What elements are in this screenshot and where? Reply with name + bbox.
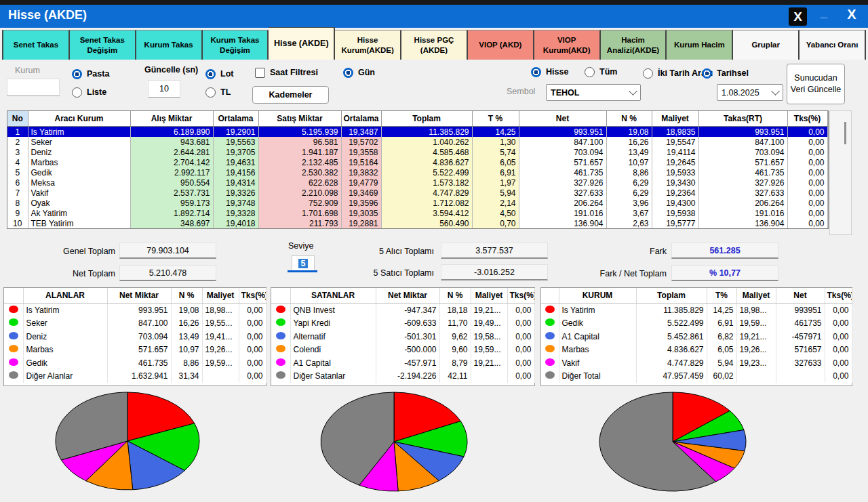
table-row[interactable]: 6Meksa950.55419,4314622.62819,47791.573.…	[7, 177, 827, 188]
tum-radio[interactable]	[585, 67, 595, 77]
list-item[interactable]: Diğer Satanlar-2.194.22642,110,00	[271, 370, 534, 383]
table-cell: 19,4314	[213, 177, 258, 188]
table-cell: 2.704.142	[130, 157, 213, 167]
list-item[interactable]: Marbas571.65710,9719,26...0,00	[4, 343, 266, 357]
table-cell: Seker	[28, 137, 130, 147]
column-header-tks-%-[interactable]: Tks(%)	[787, 111, 827, 127]
table-row[interactable]: 8Oyak959.17319,3748752.90919,35961.712.0…	[7, 198, 827, 208]
kademeler-button[interactable]: Kademeler	[252, 86, 329, 104]
list-item[interactable]: Diğer Total47.957.45960,020,00	[541, 370, 852, 383]
table-row[interactable]: 7Vakif2.537.73119,33262.210.09819,34694.…	[7, 188, 827, 198]
tab-viop-kurum-akd-[interactable]: VIOP Kurum(AKD)	[534, 30, 601, 60]
table-cell: 191.016	[698, 208, 787, 218]
column-header-alış-miktar[interactable]: Alış Miktar	[130, 111, 213, 127]
list-item[interactable]: Gedik5.522.4996,9119,59...4617350,00	[541, 317, 852, 331]
table-cell: Ak Yatirim	[28, 208, 130, 218]
lot-radio-label: Lot	[220, 69, 233, 79]
table-cell: 847.100	[698, 137, 787, 147]
list-item[interactable]: Deniz703.09413,4919,41...0,00	[4, 330, 266, 343]
list-item[interactable]: Alternatif-501.3019,6219,58...0,00	[271, 330, 534, 343]
column-header-ortalama[interactable]: Ortalama	[213, 111, 258, 127]
tab-senet-takas[interactable]: Senet Takas	[2, 30, 70, 60]
tab-hisse-pgç-akde-[interactable]: Hisse PGÇ (AKDE)	[401, 30, 468, 60]
column-header-toplam[interactable]: Toplam	[381, 111, 472, 127]
column-header-takas-rt-[interactable]: Takas(RT)	[698, 111, 787, 127]
table-cell: 14,25	[472, 127, 519, 138]
minimize-button[interactable]: _	[816, 6, 832, 20]
list-item[interactable]: Colendi-500.0009,6019,59...0,00	[271, 343, 534, 357]
column-header-ortalama[interactable]: Ortalama	[341, 111, 381, 127]
list-item[interactable]: Gedik461.7358,8619,59...0,00	[4, 356, 266, 370]
list-item[interactable]: Marbas4.836.6276,0519,26...5716570,00	[541, 343, 852, 357]
table-row[interactable]: 10TEB Yatirim348.69719,4018211.79319,288…	[7, 218, 827, 228]
gun-radio[interactable]	[343, 68, 353, 78]
broker-table: NoAracı KurumAlış MiktarOrtalamaSatış Mi…	[7, 110, 829, 229]
list-item[interactable]: Is Yatirim11.385.82914,2518,98...9939510…	[541, 304, 852, 317]
chevron-down-icon	[629, 87, 637, 96]
table-cell: Marbas	[28, 157, 130, 167]
table-cell: 1.941.187	[258, 147, 341, 157]
table-row[interactable]: 4Marbas2.704.14219,46312.132.48519,51644…	[7, 157, 827, 167]
seviye-input[interactable]: 5	[292, 255, 315, 271]
x-logo-icon[interactable]: X	[789, 7, 807, 26]
titlebar: Hisse (AKDE) X _ X	[0, 5, 868, 28]
table-row[interactable]: 1Is Yatirim6.189.89019,29015.195.93919,3…	[7, 127, 827, 138]
tarihsel-radio[interactable]	[702, 68, 712, 79]
date-dropdown[interactable]: 1.08.2025	[717, 84, 783, 101]
tab-kurum-hacim[interactable]: Kurum Hacim	[667, 30, 733, 60]
column-header-net[interactable]: Net	[519, 111, 606, 127]
tab-yabancı-oranı[interactable]: Yabancı Oranı	[800, 30, 866, 60]
list-item[interactable]: Vakif4.747.8295,9419,23...3276330,00	[541, 356, 852, 370]
tab-hisse-akde-[interactable]: Hisse (AKDE)	[269, 27, 335, 60]
table-row[interactable]: 5Gedik2.992.11719,41562.530.38219,38325.…	[7, 167, 827, 177]
column-header-t-%[interactable]: T %	[472, 111, 519, 127]
table-cell	[271, 304, 290, 317]
tab-senet-takas-değişim[interactable]: Senet Takas Değişim	[70, 30, 136, 60]
table-cell: Meksa	[28, 177, 130, 188]
table-cell: 19,3558	[341, 147, 381, 157]
tab-kurum-takas-değişim[interactable]: Kurum Takas Değişim	[203, 30, 269, 60]
list-item[interactable]: Seker847.10016,2619,55...0,00	[4, 317, 266, 331]
tab-kurum-takas[interactable]: Kurum Takas	[136, 30, 203, 60]
tab-gruplar[interactable]: Gruplar	[733, 30, 800, 60]
list-item[interactable]: Is Yatirim993.95119,0818,98...0,00	[4, 304, 266, 317]
table-cell: Diğer Satanlar	[290, 370, 376, 383]
table-cell: 4.836.627	[381, 157, 472, 167]
hisse-radio[interactable]	[531, 67, 541, 77]
column-header-satış-miktar[interactable]: Satış Miktar	[258, 111, 341, 127]
kurum-input[interactable]	[7, 79, 60, 96]
column-header-maliyet[interactable]: Maliyet	[652, 111, 698, 127]
list-item[interactable]: QNB Invest-947.34718,1819,21...0,00	[271, 304, 534, 317]
sunucudan-veri-guncelle-button[interactable]: Sunucudan Veri Güncelle	[787, 64, 845, 104]
table-row[interactable]: 3Deniz2.644.28119,37051.941.18719,35584.…	[7, 147, 827, 157]
table-row[interactable]: 9Ak Yatirim1.892.71419,33281.701.69819,3…	[7, 208, 827, 218]
column-header-n-%[interactable]: N %	[606, 111, 652, 127]
guncelle-input[interactable]: 10	[148, 80, 180, 98]
table-cell: 0,00	[507, 370, 534, 383]
pasta-radio[interactable]	[72, 69, 82, 79]
net-toplam-label: Net Toplam	[41, 269, 115, 278]
close-button[interactable]: X	[843, 7, 861, 22]
table-scrollbar[interactable]	[829, 110, 852, 235]
list-item[interactable]: Diğer Alanlar1.632.94131,340,00	[4, 370, 266, 383]
table-cell: 16,26	[606, 137, 652, 147]
table-cell: 0,00	[825, 330, 852, 343]
saat-filtresi-checkbox[interactable]	[255, 68, 265, 78]
tab-hacim-analizi-akde-[interactable]: Hacim Analizi(AKDE)	[601, 30, 667, 60]
list-item[interactable]: Yapi Kredi-609.63311,7019,49...0,00	[271, 317, 534, 331]
tab-hisse-kurum-akde-[interactable]: Hisse Kurum(AKDE)	[335, 30, 401, 60]
sembol-dropdown[interactable]: TEHOL	[546, 84, 641, 101]
liste-radio[interactable]	[72, 87, 82, 98]
scrollbar-thumb[interactable]	[844, 122, 846, 144]
panel-column-header: Maliyet	[471, 288, 507, 304]
iki-tarih-radio[interactable]	[643, 68, 653, 79]
lot-radio[interactable]	[205, 69, 216, 79]
tab-viop-akd-[interactable]: VIOP (AKD)	[468, 30, 534, 60]
tl-radio[interactable]	[205, 87, 216, 98]
list-item[interactable]: A1 Capital5.452.8616,8219,21...-4579710,…	[541, 330, 852, 343]
column-header-aracı-kurum[interactable]: Aracı Kurum	[28, 111, 130, 127]
table-row[interactable]: 2Seker943.68119,556396.58119,57021.040.2…	[7, 137, 827, 147]
column-header-no[interactable]: No	[7, 111, 28, 127]
list-item[interactable]: A1 Capital-457.9718,7919,21...0,00	[271, 356, 534, 370]
table-cell	[541, 317, 559, 331]
